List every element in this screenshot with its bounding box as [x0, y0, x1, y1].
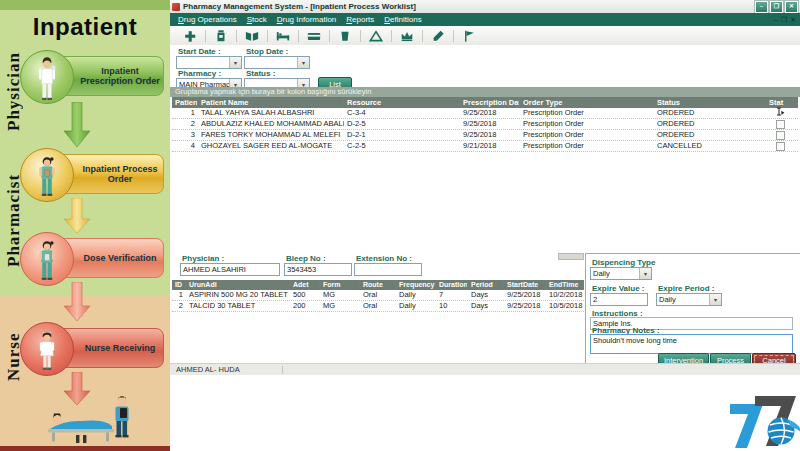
- cell-adet: 500: [290, 290, 320, 300]
- menu-reports[interactable]: Reports: [341, 13, 379, 26]
- flow-arrow-icon: [62, 282, 92, 322]
- cell-prescription-date: 9/25/2018: [460, 130, 520, 140]
- worklist-row[interactable]: 3FARES TORKY MOHAMMAD AL MELEFID-2-19/25…: [172, 130, 798, 141]
- menu-drug-operations[interactable]: Drug Operations: [173, 13, 242, 26]
- worklist-col-order-type[interactable]: Order Type: [520, 97, 654, 108]
- mdi-close-button[interactable]: ✕: [790, 16, 796, 24]
- start-date-label: Start Date :: [178, 47, 221, 56]
- status-bar-user: AHMED AL- HUDA: [176, 365, 240, 374]
- step-nurse-receiving[interactable]: Nurse Receiving: [20, 322, 166, 374]
- menu-definitions[interactable]: Definitions: [379, 13, 426, 26]
- worklist-col-patient-name[interactable]: Patient Name: [198, 97, 344, 108]
- cell-patient-id: 4: [172, 141, 198, 151]
- stat-checkbox[interactable]: [776, 120, 785, 129]
- close-button[interactable]: ✕: [785, 1, 798, 13]
- worklist-row[interactable]: 4GHOZAYEL SAGER EED AL-MOGATEC-2-59/21/2…: [172, 141, 798, 152]
- expire-value-field[interactable]: [590, 293, 648, 306]
- stop-date-label: Stop Date :: [246, 47, 288, 56]
- cell-patient-name: GHOZAYEL SAGER EED AL-MOGATE: [198, 141, 344, 151]
- toolbar-crown-icon[interactable]: [392, 28, 422, 44]
- worklist-row[interactable]: 2ABDULAZIZ KHALED MOHAMMAD ABALKHAILD-2-…: [172, 119, 798, 130]
- toolbar-bed-icon[interactable]: [268, 28, 298, 44]
- step-inpatient-prescription-order[interactable]: Inpatient Prescription Order: [20, 50, 166, 102]
- sidebar-title: Inpatient: [0, 13, 170, 41]
- toolbar-add-icon[interactable]: [175, 28, 205, 44]
- cell-startdate: 9/25/2018: [504, 290, 546, 300]
- detail-col-form[interactable]: Form: [320, 280, 360, 290]
- group-by-bar[interactable]: Gruplama yapmak için buraya bir kolon ba…: [170, 87, 800, 97]
- cell-order-type: Prescription Order: [520, 130, 654, 140]
- detail-col-id[interactable]: ID: [172, 280, 186, 290]
- detail-col-route[interactable]: Route: [360, 280, 396, 290]
- toolbar-warning-triangle-icon[interactable]: [361, 28, 391, 44]
- cell-frequency: Daily: [396, 301, 436, 311]
- step-dose-verification[interactable]: Dose Verification: [20, 232, 166, 284]
- worklist-col-prescription-date[interactable]: Prescription Date: [460, 97, 520, 108]
- cell-status: CANCELLED: [654, 141, 766, 151]
- stat-checkbox[interactable]: [776, 142, 785, 151]
- detail-grid-row[interactable]: 1ASPIRIN 500 MG 20 TABLET500MGOralDaily7…: [172, 290, 584, 301]
- process-panel: Dispencing Type Daily ▾ Expire Value : E…: [585, 253, 800, 363]
- stop-date-select[interactable]: ▾: [244, 56, 310, 69]
- cell-stat: [766, 142, 794, 151]
- detail-grid-body: 1ASPIRIN 500 MG 20 TABLET500MGOralDaily7…: [172, 290, 584, 312]
- cell-resource: D-2-1: [344, 130, 460, 140]
- chevron-down-icon: ▾: [297, 57, 309, 68]
- app-window: Pharmacy Management System - [Inpatient …: [170, 0, 800, 375]
- detail-col-period[interactable]: Period: [468, 280, 504, 290]
- pharmacist-figure-icon: [20, 148, 74, 202]
- extension-no-label: Extension No :: [356, 254, 412, 263]
- expire-period-label: Expire Period :: [658, 284, 714, 293]
- cell-prescription-date: 9/25/2018: [460, 108, 520, 118]
- toolbar-payment-card-icon[interactable]: [299, 28, 329, 44]
- menu-drug-information[interactable]: Drug Information: [272, 13, 342, 26]
- cell-urunadi: ASPIRIN 500 MG 20 TABLET: [186, 290, 290, 300]
- toolbar-flag-icon[interactable]: [454, 28, 484, 44]
- detail-grid-header: IDUrunAdiAdetFormRouteFrequencyDurationP…: [172, 280, 584, 290]
- worklist-row[interactable]: 1TALAL YAHYA SALAH ALBASHRIC-3-49/25/201…: [172, 108, 798, 119]
- detail-col-startdate[interactable]: StartDate: [504, 280, 546, 290]
- worklist-col-patient-id[interactable]: Patient Id: [172, 97, 198, 108]
- cell-route: Oral: [360, 301, 396, 311]
- worklist-col-status[interactable]: Status: [654, 97, 766, 108]
- menu-stock[interactable]: Stock: [242, 13, 272, 26]
- cell-resource: D-2-5: [344, 119, 460, 129]
- physician-figure-icon: [20, 50, 74, 104]
- dispensing-type-select[interactable]: Daily ▾: [590, 267, 652, 280]
- detail-col-duration[interactable]: Duration: [436, 280, 468, 290]
- start-date-select[interactable]: ▾: [176, 56, 242, 69]
- physician-field[interactable]: [180, 263, 280, 276]
- menu-bar: Drug OperationsStockDrug InformationRepo…: [170, 13, 800, 26]
- toolbar-open-book-icon[interactable]: [237, 28, 267, 44]
- detail-col-endtime[interactable]: EndTime: [546, 280, 584, 290]
- flow-arrow-icon: [62, 102, 92, 148]
- detail-col-frequency[interactable]: Frequency: [396, 280, 436, 290]
- minimize-button[interactable]: –: [755, 1, 768, 13]
- detail-grid-row[interactable]: 2TALCID 30 TABLET200MGOralDaily10Days9/2…: [172, 301, 584, 312]
- toolbar-medicine-jar-icon[interactable]: [206, 28, 236, 44]
- cell-endtime: 10/5/2018: [546, 301, 584, 311]
- cell-status: ORDERED: [654, 119, 766, 129]
- expire-period-select[interactable]: Daily ▾: [656, 293, 722, 306]
- toolbar-cup-icon[interactable]: [330, 28, 360, 44]
- pharmacy-notes-field[interactable]: Shouldn't move long time: [590, 334, 793, 354]
- cell-duration: 10: [436, 301, 468, 311]
- extension-no-field[interactable]: [354, 263, 422, 276]
- grid-scrollbar[interactable]: [558, 253, 584, 260]
- detail-col-urunadi[interactable]: UrunAdi: [186, 280, 290, 290]
- cell-endtime: 10/2/2018: [546, 290, 584, 300]
- worklist-header: Patient IdPatient NameResourcePrescripti…: [172, 97, 798, 108]
- worklist-col-resource[interactable]: Resource: [344, 97, 460, 108]
- bleep-no-field[interactable]: [284, 263, 352, 276]
- cell-prescription-date: 9/21/2018: [460, 141, 520, 151]
- toolbar-pen-icon[interactable]: [423, 28, 453, 44]
- detail-col-adet[interactable]: Adet: [290, 280, 320, 290]
- cell-stat: [766, 120, 794, 129]
- mdi-minimize-button[interactable]: –: [774, 16, 778, 24]
- cell-frequency: Daily: [396, 290, 436, 300]
- restore-button[interactable]: ❐: [770, 1, 783, 13]
- stat-checkbox[interactable]: [776, 131, 785, 140]
- cell-patient-id: 1: [172, 108, 198, 118]
- step-inpatient-process-order[interactable]: Inpatient Process Order: [20, 148, 166, 200]
- mdi-restore-button[interactable]: ❐: [781, 16, 787, 24]
